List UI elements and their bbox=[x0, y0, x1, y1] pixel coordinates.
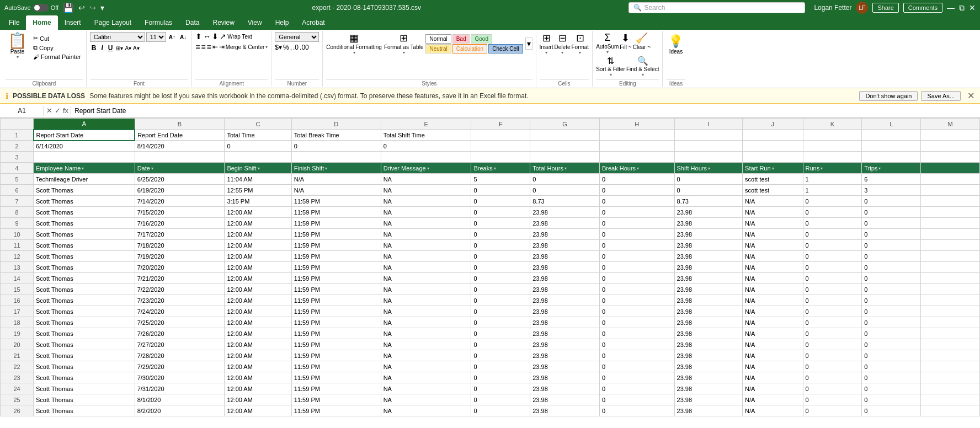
increase-font-button[interactable]: A↑ bbox=[167, 34, 177, 41]
cell-G17[interactable]: 23.98 bbox=[530, 306, 600, 317]
cell-A23[interactable]: Scott Thomas bbox=[34, 372, 135, 383]
cell-F18[interactable]: 0 bbox=[471, 317, 530, 328]
find-select-button[interactable]: 🔍 Find & Select ▾ bbox=[626, 56, 659, 77]
tab-insert[interactable]: Insert bbox=[58, 15, 88, 30]
undo-icon[interactable]: ↩ bbox=[78, 3, 85, 12]
cell-C9[interactable]: 12:00 AM bbox=[225, 218, 291, 229]
col-header-i[interactable]: I bbox=[674, 119, 743, 130]
cell-L12[interactable]: 0 bbox=[862, 251, 921, 262]
row-header-1[interactable]: 1 bbox=[1, 130, 34, 141]
cell-C17[interactable]: 12:00 AM bbox=[225, 306, 291, 317]
cell-E26[interactable]: NA bbox=[381, 405, 471, 416]
cell-H8[interactable]: 0 bbox=[599, 207, 674, 218]
restore-icon[interactable]: ⧉ bbox=[959, 3, 965, 13]
fill-color-button[interactable]: A▾ bbox=[125, 45, 131, 51]
cell-A7[interactable]: Scott Thomas bbox=[34, 196, 135, 207]
cell-F9[interactable]: 0 bbox=[471, 218, 530, 229]
cell-E14[interactable]: NA bbox=[381, 273, 471, 284]
format-as-table-arrow[interactable]: ▾ bbox=[403, 50, 405, 55]
cell-H10[interactable]: 0 bbox=[599, 229, 674, 240]
cell-G7[interactable]: 8.73 bbox=[530, 196, 600, 207]
cell-E6[interactable]: NA bbox=[381, 185, 471, 196]
cell-A13[interactable]: Scott Thomas bbox=[34, 262, 135, 273]
cell-B6[interactable]: 6/19/2020 bbox=[135, 185, 225, 196]
cell-M13[interactable] bbox=[921, 262, 980, 273]
cell-G15[interactable]: 23.98 bbox=[530, 284, 600, 295]
cell-L13[interactable]: 0 bbox=[862, 262, 921, 273]
cell-E16[interactable]: NA bbox=[381, 295, 471, 306]
number-format-select[interactable]: General bbox=[275, 32, 319, 42]
cell-D22[interactable]: 11:59 PM bbox=[291, 361, 381, 372]
orientation-button[interactable]: ↗ bbox=[220, 32, 226, 41]
row-header-20[interactable]: 20 bbox=[1, 339, 34, 350]
align-middle-button[interactable]: ↔ bbox=[203, 32, 211, 41]
tab-view[interactable]: View bbox=[241, 15, 269, 30]
cell-G13[interactable]: 23.98 bbox=[530, 262, 600, 273]
cell-H12[interactable]: 0 bbox=[599, 251, 674, 262]
cell-F17[interactable]: 0 bbox=[471, 306, 530, 317]
cell-I23[interactable]: 23.98 bbox=[674, 372, 743, 383]
cell-H7[interactable]: 0 bbox=[599, 196, 674, 207]
cell-E4[interactable]: Driver Message▾ bbox=[381, 163, 471, 174]
cell-E8[interactable]: NA bbox=[381, 207, 471, 218]
cell-E3[interactable] bbox=[381, 152, 471, 163]
filter-arrow[interactable]: ▾ bbox=[878, 166, 881, 171]
tab-acrobat[interactable]: Acrobat bbox=[295, 15, 331, 30]
cell-M8[interactable] bbox=[921, 207, 980, 218]
cell-M26[interactable] bbox=[921, 405, 980, 416]
cell-B14[interactable]: 7/21/2020 bbox=[135, 273, 225, 284]
cell-I12[interactable]: 23.98 bbox=[674, 251, 743, 262]
cell-E23[interactable]: NA bbox=[381, 372, 471, 383]
cell-M16[interactable] bbox=[921, 295, 980, 306]
cell-J10[interactable]: N/A bbox=[743, 229, 803, 240]
cell-D9[interactable]: 11:59 PM bbox=[291, 218, 381, 229]
cell-C15[interactable]: 12:00 AM bbox=[225, 284, 291, 295]
cell-J8[interactable]: N/A bbox=[743, 207, 803, 218]
tab-home[interactable]: Home bbox=[26, 15, 57, 30]
cell-B5[interactable]: 6/25/2020 bbox=[135, 174, 225, 185]
cell-D11[interactable]: 11:59 PM bbox=[291, 240, 381, 251]
cell-H16[interactable]: 0 bbox=[599, 295, 674, 306]
cell-J7[interactable]: N/A bbox=[743, 196, 803, 207]
format-button[interactable]: ⊡ Format ▾ bbox=[571, 32, 589, 55]
row-header-2[interactable]: 2 bbox=[1, 141, 34, 152]
cell-F20[interactable]: 0 bbox=[471, 339, 530, 350]
increase-decimal-button[interactable]: .0 bbox=[293, 44, 299, 51]
italic-button[interactable]: I bbox=[99, 44, 104, 52]
cell-L4[interactable]: Trips▾ bbox=[862, 163, 921, 174]
cell-K19[interactable]: 0 bbox=[803, 328, 862, 339]
save-as-button[interactable]: Save As... bbox=[921, 91, 961, 101]
cell-J17[interactable]: N/A bbox=[743, 306, 803, 317]
cell-M11[interactable] bbox=[921, 240, 980, 251]
cell-F10[interactable]: 0 bbox=[471, 229, 530, 240]
cell-B11[interactable]: 7/18/2020 bbox=[135, 240, 225, 251]
cell-F24[interactable]: 0 bbox=[471, 383, 530, 394]
cell-G26[interactable]: 23.98 bbox=[530, 405, 600, 416]
cell-M9[interactable] bbox=[921, 218, 980, 229]
cell-M24[interactable] bbox=[921, 383, 980, 394]
cell-F25[interactable]: 0 bbox=[471, 394, 530, 405]
cell-K1[interactable] bbox=[803, 130, 862, 141]
cell-J1[interactable] bbox=[743, 130, 803, 141]
minimize-icon[interactable]: — bbox=[947, 3, 955, 12]
filter-arrow[interactable]: ▾ bbox=[772, 166, 774, 171]
cell-K25[interactable]: 0 bbox=[803, 394, 862, 405]
style-checkcell[interactable]: Check Cell bbox=[488, 44, 523, 54]
cell-K3[interactable] bbox=[803, 152, 862, 163]
autosum-button[interactable]: Σ AutoSum ▾ bbox=[596, 32, 619, 55]
paste-button[interactable]: 📋 Paste ▾ bbox=[6, 32, 29, 61]
tab-review[interactable]: Review bbox=[206, 15, 241, 30]
tab-data[interactable]: Data bbox=[179, 15, 206, 30]
cell-F11[interactable]: 0 bbox=[471, 240, 530, 251]
cell-L23[interactable]: 0 bbox=[862, 372, 921, 383]
cell-F23[interactable]: 0 bbox=[471, 372, 530, 383]
cell-B24[interactable]: 7/31/2020 bbox=[135, 383, 225, 394]
cell-B23[interactable]: 7/30/2020 bbox=[135, 372, 225, 383]
cell-L1[interactable] bbox=[862, 130, 921, 141]
cell-C7[interactable]: 3:15 PM bbox=[225, 196, 291, 207]
row-header-22[interactable]: 22 bbox=[1, 361, 34, 372]
cell-I3[interactable] bbox=[674, 152, 743, 163]
cell-B10[interactable]: 7/17/2020 bbox=[135, 229, 225, 240]
cell-H26[interactable]: 0 bbox=[599, 405, 674, 416]
align-bottom-button[interactable]: ⬇ bbox=[212, 32, 219, 41]
